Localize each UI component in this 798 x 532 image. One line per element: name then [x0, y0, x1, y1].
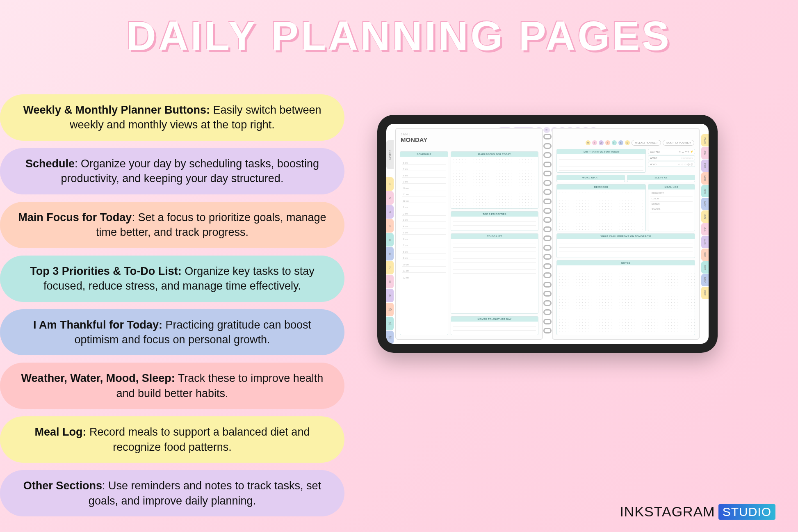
schedule-slot[interactable]: 9 pm — [402, 254, 446, 260]
month-label: JAN | — [401, 132, 538, 136]
left-tab-7[interactable]: 7 — [386, 261, 394, 274]
feature-pill: Schedule: Organize your day by schedulin… — [0, 148, 344, 194]
schedule-slot[interactable]: 8 pm — [402, 247, 446, 254]
schedule-slot[interactable]: 11 am — [402, 190, 446, 197]
left-tab-5[interactable]: 5 — [386, 233, 394, 247]
feature-pill: Meal Log: Record meals to support a bala… — [0, 416, 344, 463]
right-top-buttons: M T W T F S S WEEKLY PLANNER MONTHLY PLA… — [586, 140, 694, 146]
left-tab-1[interactable]: 1 — [386, 177, 394, 191]
meal-row[interactable]: DINNER: — [650, 202, 693, 207]
schedule-slot[interactable]: 7 pm — [402, 241, 446, 248]
water-box[interactable]: WATER ○○○○○○○○ — [648, 155, 695, 160]
schedule-slot[interactable]: 7 am — [402, 165, 446, 171]
schedule-slot[interactable]: 1 pm — [402, 203, 446, 210]
reminder-box[interactable]: REMINDER — [556, 184, 646, 231]
main-focus-box[interactable]: MAIN FOCUS FOR TODAY — [451, 151, 538, 209]
improve-box[interactable]: WHAT CAN I IMPROVE ON TOMORROW — [556, 233, 695, 258]
day-chip-w[interactable]: W — [599, 140, 604, 145]
schedule-slot[interactable]: 12 am — [402, 273, 446, 279]
meal-row[interactable]: BREAKFAST: — [650, 191, 693, 196]
right-month-tabs: YEARJANFEBMARAPRMAYJUNJULAUGSEPOCTNOVDEC — [701, 134, 709, 299]
right-tab-mar[interactable]: MAR — [701, 172, 709, 185]
meal-row[interactable]: LUNCH: — [650, 196, 693, 202]
right-tab-dec[interactable]: DEC — [701, 287, 709, 299]
right-tab-nov[interactable]: NOV — [701, 274, 709, 286]
feature-pill: Other Sections: Use reminders and notes … — [0, 470, 344, 516]
schedule-slot[interactable]: 2 pm — [402, 209, 446, 216]
feature-pill: Weekly & Monthly Planner Buttons: Easily… — [0, 94, 344, 141]
feature-pill: I Am Thankful for Today: Practicing grat… — [0, 309, 344, 356]
day-chip-s2[interactable]: S — [625, 140, 630, 145]
left-tab-2[interactable]: 2 — [386, 191, 394, 205]
day-chip-t[interactable]: T — [592, 140, 597, 145]
left-tab-11[interactable]: 11 — [386, 317, 394, 330]
right-tab-jun[interactable]: JUN — [701, 210, 709, 223]
mood-box[interactable]: MOOD ☺ ☺ ☺ ☹ ☹ — [648, 162, 695, 167]
right-tab-apr[interactable]: APR — [701, 185, 709, 197]
monthly-planner-button[interactable]: MONTHLY PLANNER — [663, 140, 694, 146]
schedule-slot[interactable]: 12 pm — [402, 196, 446, 203]
todo-box[interactable]: TO DO LIST — [451, 233, 538, 314]
weather-box[interactable]: WEATHER ☀ ☁ ☂ ❄ ⚡ — [648, 149, 695, 154]
right-tab-may[interactable]: MAY — [701, 198, 709, 210]
right-tab-year[interactable]: YEAR — [701, 134, 709, 146]
schedule-slot[interactable]: 9 am — [402, 178, 446, 184]
notes-box[interactable]: NOTES — [556, 260, 695, 335]
left-tab-3[interactable]: 3 — [386, 205, 394, 219]
slept-at-box[interactable]: SLEPT AT — [627, 175, 695, 182]
left-tab-12[interactable]: 12 — [386, 331, 394, 344]
feature-pill: Weather, Water, Mood, Sleep: Track these… — [0, 363, 344, 409]
meal-log-box[interactable]: MEAL LOG BREAKFAST:LUNCH:DINNER:SNACKS: — [648, 184, 695, 231]
schedule-slot[interactable]: 10 am — [402, 184, 446, 190]
feature-pill: Main Focus for Today: Set a focus to pri… — [0, 202, 344, 248]
schedule-slots: 6 am7 am8 am9 am10 am11 am12 pm1 pm2 pm3… — [400, 157, 448, 281]
day-chip-m[interactable]: M — [586, 140, 591, 145]
water-icons: ○○○○○○○○ — [681, 157, 693, 159]
schedule-slot[interactable]: 4 pm — [402, 222, 446, 228]
schedule-slot[interactable]: 5 pm — [402, 228, 446, 235]
woke-up-box[interactable]: WOKE UP AT — [556, 175, 625, 182]
feature-pills: Weekly & Monthly Planner Buttons: Easily… — [0, 94, 344, 516]
schedule-slot[interactable]: 11 pm — [402, 267, 446, 273]
right-tab-feb[interactable]: FEB — [701, 160, 709, 172]
weekly-planner-button[interactable]: WEEKLY PLANNER — [632, 140, 661, 146]
day-label: MONDAY — [401, 136, 538, 143]
thankful-box[interactable]: I AM THANKFUL FOR TODAY — [556, 149, 646, 173]
schedule-slot[interactable]: 6 pm — [402, 235, 446, 241]
moved-box[interactable]: MOVED TO ANOTHER DAY — [451, 316, 538, 335]
right-tab-aug[interactable]: AUG — [701, 236, 709, 248]
right-tab-oct[interactable]: OCT — [701, 261, 709, 274]
schedule-slot[interactable]: 8 am — [402, 171, 446, 178]
feature-pill: Top 3 Priorities & To-Do List: Organize … — [0, 256, 344, 302]
schedule-header: SCHEDULE — [400, 152, 448, 157]
left-number-tabs: 123456789101112 — [386, 177, 394, 344]
notes-tab[interactable]: NOTES — [386, 140, 394, 169]
left-tab-8[interactable]: 8 — [386, 275, 394, 288]
tablet-screen: NOTES 123456789101112 YEARJANFEBMARAPRMA… — [386, 124, 709, 344]
planner-right-page: M T W T F S S WEEKLY PLANNER MONTHLY PLA… — [552, 128, 700, 340]
left-tab-4[interactable]: 4 — [386, 219, 394, 233]
right-tab-jan[interactable]: JAN — [701, 147, 709, 159]
brand-name: INKSTAGRAM — [620, 504, 715, 520]
mood-icons: ☺ ☺ ☺ ☹ ☹ — [678, 163, 693, 166]
meal-row[interactable]: SNACKS: — [650, 207, 693, 212]
day-chip-s[interactable]: S — [618, 140, 623, 145]
left-tab-9[interactable]: 9 — [386, 289, 394, 302]
schedule-slot[interactable]: 6 am — [402, 158, 446, 165]
right-tab-sep[interactable]: SEP — [701, 249, 709, 261]
weather-icons: ☀ ☁ ☂ ❄ ⚡ — [679, 150, 693, 153]
planner-left-page: JAN | MONDAY SCHEDULE 6 am7 am8 am9 am10… — [395, 128, 543, 340]
schedule-slot[interactable]: 3 pm — [402, 216, 446, 222]
day-chip-f[interactable]: F — [612, 140, 617, 145]
tablet-mockup: NOTES 123456789101112 YEARJANFEBMARAPRMA… — [377, 115, 718, 353]
top3-box[interactable]: TOP 3 PRIORITIES — [451, 211, 538, 231]
left-tab-10[interactable]: 10 — [386, 303, 394, 316]
left-tab-6[interactable]: 6 — [386, 247, 394, 260]
day-chip-t2[interactable]: T — [605, 140, 610, 145]
meal-rows: BREAKFAST:LUNCH:DINNER:SNACKS: — [648, 190, 695, 214]
right-tab-jul[interactable]: JUL — [701, 223, 709, 235]
schedule-box[interactable]: SCHEDULE 6 am7 am8 am9 am10 am11 am12 pm… — [400, 151, 448, 335]
brand-logo: INKSTAGRAM STUDIO — [620, 504, 775, 520]
schedule-slot[interactable]: 10 pm — [402, 260, 446, 267]
page-title: DAILY PLANNING PAGES — [0, 12, 798, 59]
